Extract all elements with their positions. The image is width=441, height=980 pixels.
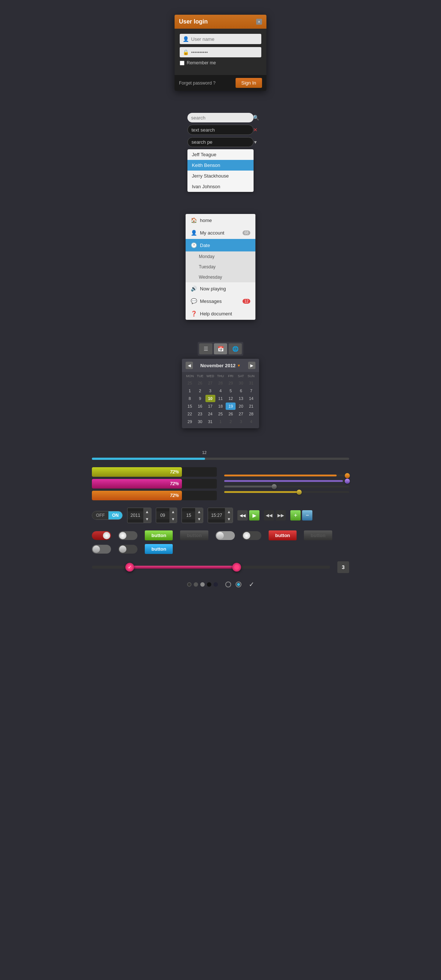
cal-day[interactable]: 7 xyxy=(246,387,256,395)
pill-switch-dark2[interactable] xyxy=(118,545,137,554)
day-increment-button[interactable]: ▲ xyxy=(195,508,203,515)
cal-day[interactable]: 27 xyxy=(205,379,215,387)
cal-day[interactable]: 3 xyxy=(205,387,215,395)
h-slider-yellow-thumb[interactable] xyxy=(296,490,302,495)
nav-item-home[interactable]: 🏠 home xyxy=(186,214,255,226)
cal-day[interactable]: 5 xyxy=(226,387,236,395)
cal-day[interactable]: 9 xyxy=(195,395,205,402)
cal-day[interactable]: 26 xyxy=(195,379,205,387)
cal-day[interactable]: 26 xyxy=(226,410,236,418)
cal-day[interactable]: 11 xyxy=(216,395,226,402)
dot-2[interactable] xyxy=(194,582,198,587)
cal-day[interactable]: 12 xyxy=(226,395,236,402)
cal-next-button[interactable]: ▶ xyxy=(248,362,255,369)
month-increment-button[interactable]: ▲ xyxy=(169,508,177,515)
forgot-password-link[interactable]: Forget password ? xyxy=(179,81,215,86)
play-button[interactable]: ▶ xyxy=(249,510,260,520)
cal-day[interactable]: 31 xyxy=(205,418,215,425)
year-increment-button[interactable]: ▲ xyxy=(143,508,151,515)
remember-me-checkbox[interactable] xyxy=(180,60,185,65)
cal-day[interactable]: 2 xyxy=(195,387,205,395)
cal-day[interactable]: 6 xyxy=(236,387,246,395)
cal-day[interactable]: 24 xyxy=(205,410,215,418)
toggle-on-button[interactable]: ON xyxy=(108,511,123,519)
cal-day[interactable]: 1 xyxy=(185,387,195,395)
cal-day[interactable]: 29 xyxy=(226,379,236,387)
nav-right-button[interactable]: ▶▶ xyxy=(275,510,286,520)
cal-day[interactable]: 31 xyxy=(246,379,256,387)
cal-day[interactable]: 30 xyxy=(236,379,246,387)
nav-item-nowplaying[interactable]: 🔊 Now playing xyxy=(186,282,255,295)
toggle-off-button[interactable]: OFF xyxy=(92,511,108,519)
pill-switch-white[interactable] xyxy=(216,531,235,540)
h-slider-purple-thumb[interactable] xyxy=(345,479,350,484)
cal-tab-globe[interactable]: 🌐 xyxy=(229,343,242,354)
cal-day[interactable]: 15 xyxy=(185,402,195,410)
nav-submenu-tuesday[interactable]: Tuesday xyxy=(186,262,255,272)
cal-day[interactable]: 25 xyxy=(185,379,195,387)
username-input[interactable] xyxy=(191,37,258,42)
plus-button[interactable]: + xyxy=(290,510,301,520)
cal-tab-list[interactable]: ☰ xyxy=(199,343,212,354)
cal-prev-button[interactable]: ◀ xyxy=(186,362,193,369)
cal-day[interactable]: 17 xyxy=(205,402,215,410)
cal-day[interactable]: 20 xyxy=(236,402,246,410)
cal-day[interactable]: 28 xyxy=(216,379,226,387)
pill-switch-dark[interactable] xyxy=(92,545,111,554)
button-dark2[interactable]: button xyxy=(304,530,332,540)
nav-item-messages[interactable]: 💬 Messages 12 xyxy=(186,295,255,307)
h-slider-dark-thumb[interactable] xyxy=(272,484,277,489)
cal-day[interactable]: 16 xyxy=(195,402,205,410)
close-button[interactable]: × xyxy=(256,19,262,25)
cal-day[interactable]: 30 xyxy=(195,418,205,425)
time-decrement-button[interactable]: ▼ xyxy=(225,515,232,523)
dot-5[interactable] xyxy=(213,582,218,587)
cal-day[interactable]: 28 xyxy=(246,410,256,418)
search-result-ivan[interactable]: Ivan Johnson xyxy=(188,181,253,192)
search-clear-button[interactable]: ✕ xyxy=(253,127,258,133)
month-decrement-button[interactable]: ▼ xyxy=(169,515,177,523)
cal-day[interactable]: 2 xyxy=(226,418,236,425)
radio-button-1[interactable] xyxy=(225,582,231,587)
nav-item-helpdoc[interactable]: ❓ Help document xyxy=(186,307,255,320)
time-increment-button[interactable]: ▲ xyxy=(225,508,232,515)
pill-switch-red[interactable] xyxy=(92,531,111,540)
button-green[interactable]: button xyxy=(145,530,173,540)
search-result-keith[interactable]: Keith Benson xyxy=(188,160,253,170)
rewind-button[interactable]: ◀◀ xyxy=(237,510,248,520)
cal-day[interactable]: 4 xyxy=(246,418,256,425)
cal-day[interactable]: 25 xyxy=(216,410,226,418)
nav-item-date[interactable]: 🕐 Date xyxy=(186,239,255,251)
day-decrement-button[interactable]: ▼ xyxy=(195,515,203,523)
range-knob-left[interactable]: ✓ xyxy=(125,563,134,572)
password-input[interactable] xyxy=(191,49,258,55)
pill-switch-gray2[interactable] xyxy=(242,531,261,540)
button-red[interactable]: button xyxy=(269,530,296,540)
cal-day-selected[interactable]: 19 xyxy=(226,402,236,410)
minus-button[interactable]: − xyxy=(302,510,312,520)
sign-in-button[interactable]: Sign In xyxy=(236,78,262,88)
cal-day-today[interactable]: 10 xyxy=(205,395,215,402)
dot-3[interactable] xyxy=(200,582,205,587)
cal-day[interactable]: 8 xyxy=(185,395,195,402)
cal-day[interactable]: 14 xyxy=(246,395,256,402)
search-dropdown-input[interactable] xyxy=(191,139,253,145)
search-result-jerry[interactable]: Jerry Stackhouse xyxy=(188,170,253,181)
nav-submenu-monday[interactable]: Monday xyxy=(186,251,255,262)
search-button-1[interactable]: 🔍 xyxy=(253,115,259,121)
button-dark-disabled[interactable]: button xyxy=(180,530,208,540)
cal-tab-calendar[interactable]: 📅 xyxy=(214,343,227,354)
cal-day[interactable]: 18 xyxy=(216,402,226,410)
cal-day[interactable]: 13 xyxy=(236,395,246,402)
h-slider-orange-thumb[interactable] xyxy=(345,473,350,478)
year-decrement-button[interactable]: ▼ xyxy=(143,515,151,523)
dot-1[interactable] xyxy=(187,582,191,587)
cal-day[interactable]: 1 xyxy=(216,418,226,425)
cal-day[interactable]: 4 xyxy=(216,387,226,395)
range-knob-right[interactable] xyxy=(232,563,241,572)
nav-submenu-wednesday[interactable]: Wednesday xyxy=(186,272,255,282)
button-blue[interactable]: button xyxy=(145,544,173,554)
search-input-2[interactable] xyxy=(191,127,253,133)
nav-item-myaccount[interactable]: 👤 My account 68 xyxy=(186,226,255,239)
search-input-1[interactable] xyxy=(191,115,253,121)
